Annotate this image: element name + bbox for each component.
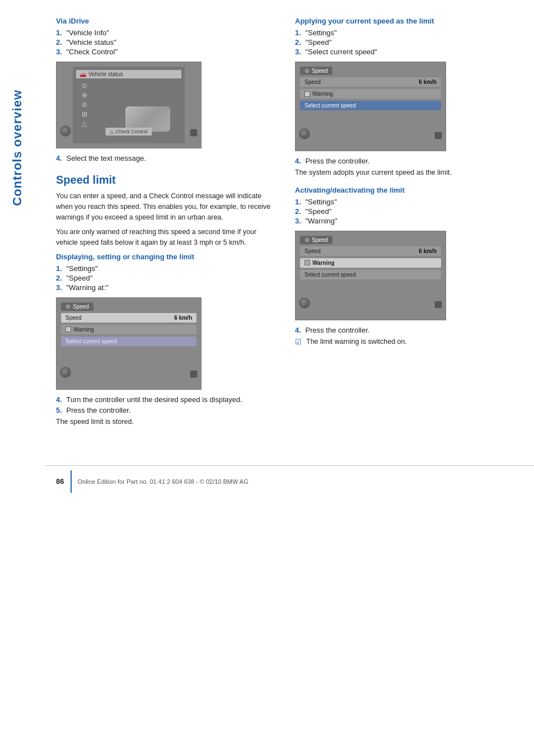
left-column: Via iDrive 1. "Vehicle Info" 2. "Vehicle… — [56, 17, 278, 432]
vehicle-status-title: Vehicle status — [88, 71, 123, 77]
via-idrive-section: Via iDrive 1. "Vehicle Info" 2. "Vehicle… — [56, 17, 278, 162]
list-item: 3. "Check Control" — [56, 48, 278, 56]
step-number: 5. — [56, 406, 62, 414]
step-number: 4. — [56, 154, 62, 162]
activating-section: Activating/deactivating the limit 1. "Se… — [295, 186, 517, 348]
footer-text: Online Edition for Part no. 01 41 2 604 … — [77, 478, 248, 485]
speed-limit-body1: You can enter a speed, and a Check Contr… — [56, 191, 278, 222]
icon-2: ⊕ — [82, 91, 87, 99]
vehicle-status-inner: 🚗 Vehicle status ⊙ ⊕ ⊘ ⊞ △ — [73, 67, 185, 143]
list-item: 2. "Vehicle status" — [56, 38, 278, 46]
step-text: "Vehicle status" — [66, 38, 116, 46]
list-item: 3. "Warning" — [295, 217, 517, 225]
step-number: 1. — [56, 29, 62, 37]
list-item: 3. "Warning at:" — [56, 283, 278, 292]
list-item: 3. "Select current speed" — [295, 48, 517, 56]
list-item: 2. "Speed" — [295, 38, 517, 46]
right-controller-knob — [190, 129, 198, 137]
step4-activating-text: Press the controller. — [305, 326, 369, 334]
sidebar-label: Controls overview — [10, 90, 25, 206]
select-speed-label-r2: Select current speed — [305, 272, 356, 278]
right-knob-r2 — [434, 301, 442, 309]
triangle-icon: △ — [110, 129, 114, 134]
step-number: 2. — [56, 274, 62, 282]
applying-list: 1. "Settings" 2. "Speed" 3. "Select curr… — [295, 29, 517, 56]
via-idrive-list: 1. "Vehicle Info" 2. "Vehicle status" 3.… — [56, 29, 278, 56]
speed-icon-r2: ⚙ — [305, 237, 310, 243]
warning-checkbox-r1 — [305, 91, 310, 97]
warning-label: Warning — [73, 326, 94, 333]
step-number: 1. — [56, 264, 62, 273]
checkmark-icon: ☑ — [295, 337, 302, 348]
step4-display-text: Turn the controller until the desired sp… — [66, 395, 242, 404]
display-setting-title: Displaying, setting or changing the limi… — [56, 253, 278, 261]
vehicle-screen-inner: 🚗 Vehicle status ⊙ ⊕ ⊘ ⊞ △ — [57, 62, 201, 148]
step-text: "Speed" — [305, 207, 331, 216]
left-controller-knob — [60, 125, 71, 137]
speed-limit-body2: You are only warned of reaching this spe… — [56, 227, 278, 248]
list-item: 2. "Speed" — [295, 207, 517, 216]
switched-on-text: ☑ The limit warning is switched on. — [295, 337, 517, 348]
select-speed-label-r1: Select current speed — [305, 102, 356, 109]
right-column: Applying your current speed as the limit… — [295, 17, 517, 432]
step-number: 2. — [295, 38, 301, 46]
applying-speed-screen: ⚙ Speed Speed 6 km/h Warning — [295, 62, 446, 151]
speed-title-r2: Speed — [312, 237, 328, 243]
switched-on-label: The limit warning is switched on. — [306, 337, 407, 347]
display-setting-list: 1. "Settings" 2. "Speed" 3. "Warning at:… — [56, 264, 278, 292]
warning-checkbox-r2 — [305, 260, 310, 265]
step-text: "Speed" — [305, 38, 331, 46]
speed-label-r1: Speed — [305, 79, 321, 85]
step-number: 3. — [56, 48, 62, 56]
warning-checkbox — [65, 326, 71, 332]
speed-screen-title: Speed — [73, 304, 89, 310]
vehicle-screen: 🚗 Vehicle status ⊙ ⊕ ⊘ ⊞ △ — [56, 62, 202, 148]
step-number: 4. — [295, 157, 301, 165]
right-knob-r1 — [434, 132, 442, 139]
via-idrive-title: Via iDrive — [56, 17, 278, 25]
vehicle-screen-wrapper: 🚗 Vehicle status ⊙ ⊕ ⊘ ⊞ △ — [56, 62, 278, 148]
speed-icon-r1: ⚙ — [305, 68, 310, 74]
step-text: "Vehicle Info" — [66, 29, 109, 37]
left-controller-knob-speed — [60, 367, 71, 378]
speed-label: Speed — [65, 315, 82, 321]
icon-4: ⊞ — [82, 110, 87, 118]
stored-text: The speed limit is stored. — [56, 417, 278, 427]
icon-3: ⊘ — [82, 101, 87, 109]
applying-section: Applying your current speed as the limit… — [295, 17, 517, 178]
activating-screen-wrapper: ⚙ Speed Speed 6 km/h Warning — [295, 231, 517, 320]
page-number: 86 — [56, 477, 64, 486]
check-control-badge: △ Check Control — [105, 128, 152, 136]
step-number: 4. — [295, 326, 301, 334]
activating-speed-screen: ⚙ Speed Speed 6 km/h Warning — [295, 231, 446, 320]
list-item: 1. "Vehicle Info" — [56, 29, 278, 37]
step-text: "Speed" — [66, 274, 92, 282]
display-setting-section: Displaying, setting or changing the limi… — [56, 253, 278, 427]
step-text: "Settings" — [305, 29, 336, 37]
step-number: 3. — [56, 283, 62, 292]
step-number: 3. — [295, 217, 301, 225]
step5-display: 5. Press the controller. — [56, 406, 278, 414]
speed-title-r1: Speed — [312, 68, 328, 74]
speed-screen-icon: ⚙ — [65, 304, 71, 310]
car-icon: 🚗 — [79, 71, 86, 77]
step-text: "Select current speed" — [305, 48, 377, 56]
speed-value-r1: 6 km/h — [419, 79, 437, 85]
adopts-text: The system adopts your current speed as … — [295, 167, 517, 178]
step-number: 2. — [56, 38, 62, 46]
speed-label-r2: Speed — [305, 248, 321, 254]
list-item: 1. "Settings" — [295, 29, 517, 37]
speed-limit-title: Speed limit — [56, 174, 278, 186]
applying-screen-wrapper: ⚙ Speed Speed 6 km/h Warning — [295, 62, 517, 151]
icon-5: △ — [82, 120, 87, 128]
speed-screen-left: ⚙ Speed Speed 6 km/h Warning — [56, 297, 202, 390]
step4-applying-text: Press the controller. — [305, 157, 369, 165]
step4-text: Select the text message. — [66, 154, 146, 162]
step-text: "Check Control" — [66, 48, 118, 56]
step4-activating: 4. Press the controller. — [295, 326, 517, 334]
step-text: "Warning at:" — [66, 283, 108, 292]
left-knob-r1 — [299, 128, 310, 139]
list-item: 2. "Speed" — [56, 274, 278, 282]
warning-label-r2: Warning — [312, 260, 335, 266]
speed-value-r2: 6 km/h — [419, 248, 437, 254]
